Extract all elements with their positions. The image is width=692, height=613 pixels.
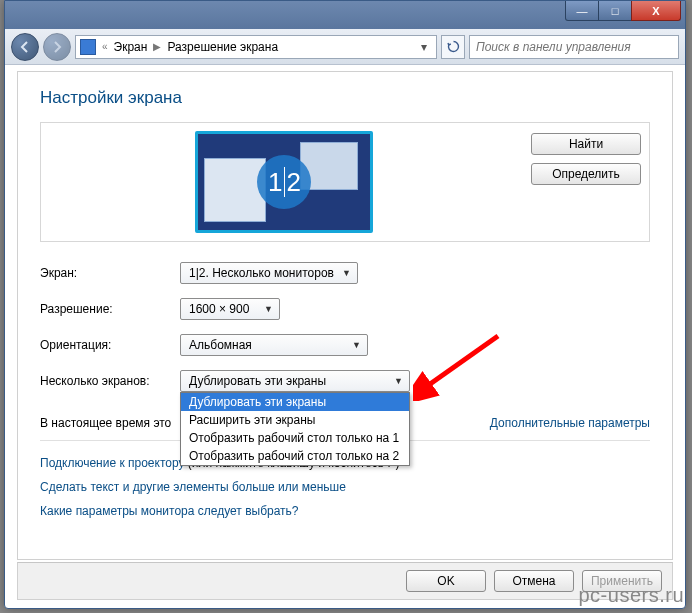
refresh-button[interactable] bbox=[441, 35, 465, 59]
text-size-link[interactable]: Сделать текст и другие элементы больше и… bbox=[40, 480, 346, 494]
monitor-badge: 1 2 bbox=[257, 155, 311, 209]
cancel-button[interactable]: Отмена bbox=[494, 570, 574, 592]
maximize-button[interactable]: □ bbox=[598, 1, 632, 21]
multiple-displays-select-wrap: Дублировать эти экраны ▼ Дублировать эти… bbox=[180, 370, 410, 392]
window-controls: — □ X bbox=[566, 1, 681, 21]
identify-button[interactable]: Определить bbox=[531, 163, 641, 185]
address-dropdown-icon[interactable]: ▾ bbox=[416, 40, 432, 54]
breadcrumb-item[interactable]: Разрешение экрана bbox=[167, 40, 278, 54]
resolution-row: Разрешение: 1600 × 900 ▼ bbox=[40, 298, 650, 320]
monitor-number: 2 bbox=[287, 167, 300, 198]
minimize-button[interactable]: — bbox=[565, 1, 599, 21]
breadcrumb-sep-icon: « bbox=[102, 41, 108, 52]
chevron-down-icon: ▼ bbox=[394, 376, 403, 386]
breadcrumb-arrow-icon: ▶ bbox=[153, 41, 161, 52]
dropdown-option[interactable]: Отобразить рабочий стол только на 1 bbox=[181, 429, 409, 447]
close-button[interactable]: X bbox=[631, 1, 681, 21]
status-text: В настоящее время это bbox=[40, 416, 171, 430]
multiple-displays-label: Несколько экранов: bbox=[40, 374, 180, 388]
screen-row: Экран: 1|2. Несколько мониторов ▼ bbox=[40, 262, 650, 284]
orientation-label: Ориентация: bbox=[40, 338, 180, 352]
dropdown-option[interactable]: Дублировать эти экраны bbox=[181, 393, 409, 411]
dropdown-option[interactable]: Расширить эти экраны bbox=[181, 411, 409, 429]
orientation-select-value: Альбомная bbox=[189, 338, 252, 352]
multiple-displays-row: Несколько экранов: Дублировать эти экран… bbox=[40, 370, 650, 392]
screen-select[interactable]: 1|2. Несколько мониторов ▼ bbox=[180, 262, 358, 284]
multiple-displays-dropdown: Дублировать эти экраны Расширить эти экр… bbox=[180, 392, 410, 466]
content-area: Настройки экрана 1 2 Найти Определить bbox=[17, 71, 673, 560]
multiple-displays-select-value: Дублировать эти экраны bbox=[189, 374, 326, 388]
address-bar[interactable]: « Экран ▶ Разрешение экрана ▾ bbox=[75, 35, 437, 59]
orientation-select[interactable]: Альбомная ▼ bbox=[180, 334, 368, 356]
screen-select-value: 1|2. Несколько мониторов bbox=[189, 266, 334, 280]
badge-divider-icon bbox=[284, 167, 285, 197]
display-preview[interactable]: 1 2 bbox=[49, 131, 519, 233]
detect-button[interactable]: Найти bbox=[531, 133, 641, 155]
control-panel-icon bbox=[80, 39, 96, 55]
chevron-down-icon: ▼ bbox=[352, 340, 361, 350]
back-button[interactable] bbox=[11, 33, 39, 61]
titlebar: — □ X bbox=[5, 1, 685, 29]
preview-window-icon bbox=[204, 158, 266, 222]
resolution-select-value: 1600 × 900 bbox=[189, 302, 249, 316]
chevron-down-icon: ▼ bbox=[264, 304, 273, 314]
window-frame: — □ X « Экран ▶ Разрешение экрана ▾ Наст… bbox=[4, 0, 686, 609]
resolution-label: Разрешение: bbox=[40, 302, 180, 316]
advanced-settings-link[interactable]: Дополнительные параметры bbox=[490, 416, 650, 430]
display-preview-row: 1 2 Найти Определить bbox=[40, 122, 650, 242]
search-input[interactable] bbox=[469, 35, 679, 59]
chevron-down-icon: ▼ bbox=[342, 268, 351, 278]
orientation-row: Ориентация: Альбомная ▼ bbox=[40, 334, 650, 356]
which-settings-link[interactable]: Какие параметры монитора следует выбрать… bbox=[40, 504, 299, 518]
monitor-preview: 1 2 bbox=[195, 131, 373, 233]
navbar: « Экран ▶ Разрешение экрана ▾ bbox=[5, 29, 685, 65]
watermark: pc-users.ru bbox=[578, 584, 684, 607]
screen-label: Экран: bbox=[40, 266, 180, 280]
monitor-number: 1 bbox=[268, 167, 281, 198]
projector-link[interactable]: Подключение к проектору bbox=[40, 456, 185, 470]
multiple-displays-select[interactable]: Дублировать эти экраны ▼ bbox=[180, 370, 410, 392]
dialog-button-bar: OK Отмена Применить bbox=[17, 562, 673, 600]
preview-side-buttons: Найти Определить bbox=[531, 131, 641, 233]
page-title: Настройки экрана bbox=[40, 88, 650, 108]
forward-button[interactable] bbox=[43, 33, 71, 61]
ok-button[interactable]: OK bbox=[406, 570, 486, 592]
dropdown-option[interactable]: Отобразить рабочий стол только на 2 bbox=[181, 447, 409, 465]
breadcrumb-item[interactable]: Экран bbox=[114, 40, 148, 54]
resolution-select[interactable]: 1600 × 900 ▼ bbox=[180, 298, 280, 320]
